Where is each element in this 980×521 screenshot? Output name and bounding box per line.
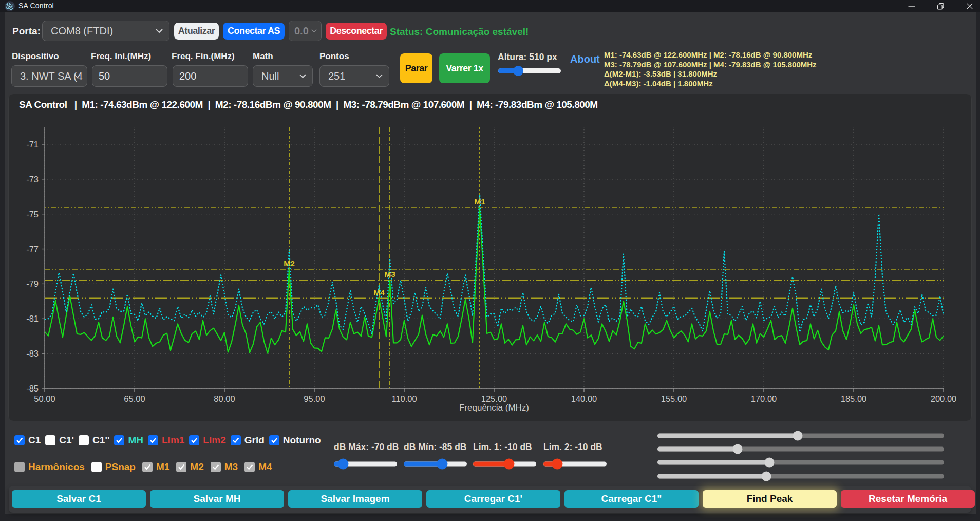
- toggle-label: C1: [28, 435, 41, 446]
- checkbox-checked[interactable]: [231, 435, 241, 445]
- checkbox-dis-checked[interactable]: [142, 462, 153, 472]
- toggle-psnap[interactable]: PSnap: [91, 461, 136, 473]
- port-select[interactable]: COM8 (FTDI): [42, 21, 169, 41]
- slider-fill: [657, 460, 769, 465]
- toggle-harmnicos[interactable]: Harmônicos: [14, 461, 85, 473]
- checkbox-checked[interactable]: [14, 435, 25, 445]
- x-tick-label: 110.00: [391, 394, 417, 403]
- toggle-label: C1'': [92, 435, 109, 446]
- atualizar-button[interactable]: Atualizar: [174, 23, 219, 40]
- chevron-down-icon: [299, 74, 307, 79]
- slider-thumb[interactable]: [793, 431, 803, 441]
- button-carregar-c1-[interactable]: Carregar C1': [426, 490, 560, 508]
- toggle-c1[interactable]: C1: [14, 435, 41, 446]
- slider-0[interactable]: [334, 458, 397, 470]
- toggle-m2[interactable]: M2: [176, 461, 203, 473]
- checkmark-icon: [116, 437, 123, 443]
- parar-button[interactable]: Parar: [400, 53, 432, 83]
- adjust-slider-2[interactable]: [657, 457, 944, 468]
- checkbox-dis-checked[interactable]: [244, 462, 255, 472]
- about-link[interactable]: About: [570, 53, 600, 65]
- x-tick-label: 170.00: [751, 394, 777, 403]
- y-tick-label: -81: [26, 314, 39, 323]
- title-bar: SA Control: [0, 0, 980, 12]
- chevron-down-icon: [375, 74, 383, 79]
- toggle-m4[interactable]: M4: [244, 461, 272, 473]
- adjust-slider-3[interactable]: [657, 471, 944, 482]
- checkbox-unchecked[interactable]: [91, 462, 102, 472]
- button-salvar-imagem[interactable]: Salvar Imagem: [288, 490, 422, 508]
- toggle-grid[interactable]: Grid: [231, 435, 265, 446]
- toggle-lim2[interactable]: Lim2: [189, 435, 225, 446]
- toggle-noturno[interactable]: Noturno: [269, 435, 321, 446]
- checkbox-unchecked[interactable]: [45, 435, 55, 445]
- baud-select[interactable]: 0.0: [289, 21, 322, 41]
- slider-thumb[interactable]: [437, 459, 448, 470]
- y-tick-label: -83: [26, 349, 39, 358]
- adjust-slider-1[interactable]: [657, 443, 944, 455]
- toggle-lim1[interactable]: Lim1: [148, 435, 184, 446]
- dispositivo-select[interactable]: 3. NWT SA (4: [11, 65, 87, 87]
- checkbox-checked[interactable]: [114, 435, 124, 445]
- checkmark-icon: [271, 437, 278, 443]
- maximize-button[interactable]: [930, 0, 951, 12]
- slider-2[interactable]: [473, 458, 536, 470]
- x-tick-label: 65.00: [124, 394, 145, 403]
- varrer-button[interactable]: Varrer 1x: [439, 53, 490, 83]
- marker-label-m4: M4: [373, 288, 385, 297]
- slider-thumb[interactable]: [764, 458, 774, 468]
- slider-thumb[interactable]: [504, 459, 515, 470]
- slider-thumb[interactable]: [762, 472, 771, 481]
- toggle-label: Lim1: [162, 435, 184, 446]
- math-select-value: Null: [261, 70, 279, 82]
- desconectar-button[interactable]: Desconectar: [326, 23, 387, 40]
- x-tick-label: 80.00: [214, 394, 235, 403]
- slider-thumb[interactable]: [513, 66, 523, 76]
- y-tick-label: -79: [26, 279, 39, 288]
- toggle-m1[interactable]: M1: [142, 461, 169, 473]
- app-icon: [4, 1, 15, 12]
- adjust-slider-0[interactable]: [657, 430, 944, 441]
- checkbox-unchecked[interactable]: [79, 435, 89, 445]
- checkbox-dis-unchecked[interactable]: [14, 462, 25, 472]
- conectar-as-button[interactable]: Conectar AS: [223, 23, 285, 40]
- freq-fin-input[interactable]: 200: [173, 65, 248, 87]
- altura-slider[interactable]: [498, 65, 561, 77]
- chart-canvas: SA Control | M1: -74.63dBm @ 122.600M | …: [9, 94, 971, 421]
- close-button[interactable]: [959, 0, 980, 12]
- port-select-value: COM8 (FTDI): [51, 25, 113, 37]
- toggle-label: M3: [224, 461, 238, 473]
- minimize-button[interactable]: [901, 0, 922, 12]
- slider-thumb[interactable]: [733, 444, 743, 454]
- checkbox-dis-checked[interactable]: [211, 462, 221, 472]
- marker-info-line3: Δ(M2-M1): -3.53dB | 31.800MHz: [604, 69, 817, 79]
- button-salvar-mh[interactable]: Salvar MH: [150, 490, 284, 508]
- checkbox-checked[interactable]: [269, 435, 279, 445]
- status-text: Status: Comunicação estável!: [390, 26, 529, 38]
- slider-thumb[interactable]: [338, 459, 349, 470]
- slider-thumb[interactable]: [552, 459, 563, 470]
- toggle-label: Lim2: [203, 435, 225, 446]
- button-find-peak[interactable]: Find Peak: [703, 490, 837, 508]
- checkbox-checked[interactable]: [189, 435, 199, 445]
- slider-3[interactable]: [543, 458, 607, 470]
- checkbox-dis-checked[interactable]: [176, 462, 186, 472]
- toggle-mh[interactable]: MH: [114, 435, 143, 446]
- x-tick-label: 200.00: [931, 394, 956, 403]
- toggle-c1[interactable]: C1': [45, 435, 74, 446]
- trace-mh: [45, 195, 944, 334]
- pontos-select[interactable]: 251: [319, 65, 389, 87]
- chevron-down-icon: [311, 29, 317, 33]
- button-resetar-mem-ria[interactable]: Resetar Memória: [841, 490, 975, 508]
- freq-ini-input[interactable]: 50: [92, 65, 167, 87]
- math-select[interactable]: Null: [253, 65, 313, 87]
- button-carregar-c1-[interactable]: Carregar C1": [564, 490, 699, 508]
- slider-1[interactable]: [404, 458, 467, 470]
- y-tick-label: -85: [26, 384, 39, 393]
- y-tick-label: -71: [26, 140, 39, 149]
- freq-fin-label: Freq. Fin.(MHz): [172, 51, 235, 62]
- toggle-m3[interactable]: M3: [211, 461, 238, 473]
- toggle-c1[interactable]: C1'': [79, 435, 109, 446]
- button-salvar-c1[interactable]: Salvar C1: [12, 490, 146, 508]
- checkbox-checked[interactable]: [148, 435, 158, 445]
